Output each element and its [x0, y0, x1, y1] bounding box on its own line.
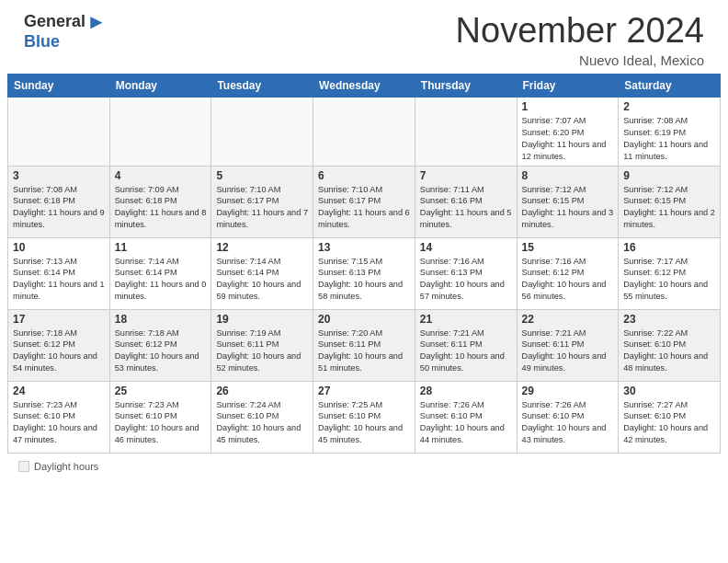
- calendar-footer: Daylight hours: [7, 457, 721, 476]
- day-number: 25: [115, 385, 207, 397]
- header-tuesday: Tuesday: [211, 75, 313, 98]
- day-info: Sunrise: 7:10 AM Sunset: 6:17 PM Dayligh…: [216, 184, 308, 232]
- logo: General ► Blue: [24, 11, 107, 52]
- day-info: Sunrise: 7:14 AM Sunset: 6:14 PM Dayligh…: [216, 256, 308, 304]
- day-number: 21: [420, 313, 512, 326]
- day-info: Sunrise: 7:13 AM Sunset: 6:14 PM Dayligh…: [13, 256, 105, 304]
- calendar-week-row: 10Sunrise: 7:13 AM Sunset: 6:14 PM Dayli…: [8, 237, 721, 309]
- month-title: November 2024: [456, 11, 704, 51]
- day-number: 5: [216, 169, 308, 182]
- table-row: 11Sunrise: 7:14 AM Sunset: 6:14 PM Dayli…: [109, 237, 211, 309]
- calendar-table: Sunday Monday Tuesday Wednesday Thursday…: [7, 74, 721, 454]
- day-info: Sunrise: 7:12 AM Sunset: 6:15 PM Dayligh…: [522, 184, 614, 232]
- day-number: 10: [13, 241, 105, 254]
- day-info: Sunrise: 7:27 AM Sunset: 6:10 PM Dayligh…: [623, 399, 715, 447]
- day-number: 6: [318, 169, 410, 182]
- table-row: 4Sunrise: 7:09 AM Sunset: 6:18 PM Daylig…: [109, 166, 211, 237]
- location-text: Nuevo Ideal, Mexico: [456, 52, 704, 68]
- calendar-week-row: 1Sunrise: 7:07 AM Sunset: 6:20 PM Daylig…: [8, 98, 721, 167]
- table-row: 16Sunrise: 7:17 AM Sunset: 6:12 PM Dayli…: [619, 237, 721, 309]
- day-number: 24: [13, 385, 105, 397]
- day-number: 17: [13, 313, 105, 326]
- day-number: 2: [623, 100, 715, 113]
- header-saturday: Saturday: [619, 75, 721, 98]
- day-info: Sunrise: 7:17 AM Sunset: 6:12 PM Dayligh…: [623, 256, 715, 304]
- table-row: 28Sunrise: 7:26 AM Sunset: 6:10 PM Dayli…: [415, 381, 517, 453]
- day-number: 20: [318, 313, 410, 326]
- day-number: 8: [522, 169, 614, 182]
- day-number: 22: [522, 313, 614, 326]
- day-info: Sunrise: 7:15 AM Sunset: 6:13 PM Dayligh…: [318, 256, 410, 304]
- day-number: 29: [522, 385, 614, 397]
- day-info: Sunrise: 7:16 AM Sunset: 6:13 PM Dayligh…: [420, 256, 512, 304]
- table-row: 9Sunrise: 7:12 AM Sunset: 6:15 PM Daylig…: [619, 166, 721, 237]
- page-header: General ► Blue November 2024 Nuevo Ideal…: [7, 0, 721, 74]
- logo-arrow-icon: ►: [86, 11, 107, 33]
- table-row: 5Sunrise: 7:10 AM Sunset: 6:17 PM Daylig…: [211, 166, 313, 237]
- daylight-indicator: [18, 461, 29, 472]
- day-info: Sunrise: 7:10 AM Sunset: 6:17 PM Dayligh…: [318, 184, 410, 232]
- table-row: 15Sunrise: 7:16 AM Sunset: 6:12 PM Dayli…: [517, 237, 619, 309]
- day-info: Sunrise: 7:19 AM Sunset: 6:11 PM Dayligh…: [216, 327, 308, 375]
- table-row: 8Sunrise: 7:12 AM Sunset: 6:15 PM Daylig…: [517, 166, 619, 237]
- table-row: 7Sunrise: 7:11 AM Sunset: 6:16 PM Daylig…: [415, 166, 517, 237]
- table-row: [8, 98, 110, 167]
- day-info: Sunrise: 7:25 AM Sunset: 6:10 PM Dayligh…: [318, 399, 410, 447]
- calendar-header-row: Sunday Monday Tuesday Wednesday Thursday…: [8, 75, 721, 98]
- day-info: Sunrise: 7:24 AM Sunset: 6:10 PM Dayligh…: [216, 399, 308, 447]
- header-monday: Monday: [109, 75, 211, 98]
- day-info: Sunrise: 7:14 AM Sunset: 6:14 PM Dayligh…: [115, 256, 207, 304]
- day-info: Sunrise: 7:22 AM Sunset: 6:10 PM Dayligh…: [623, 327, 715, 375]
- table-row: 17Sunrise: 7:18 AM Sunset: 6:12 PM Dayli…: [8, 309, 110, 381]
- day-number: 13: [318, 241, 410, 254]
- header-thursday: Thursday: [415, 75, 517, 98]
- logo-general-text: General: [24, 13, 85, 31]
- day-info: Sunrise: 7:09 AM Sunset: 6:18 PM Dayligh…: [115, 184, 207, 232]
- logo-blue-text: Blue: [24, 33, 107, 52]
- table-row: 25Sunrise: 7:23 AM Sunset: 6:10 PM Dayli…: [109, 381, 211, 453]
- day-info: Sunrise: 7:08 AM Sunset: 6:18 PM Dayligh…: [13, 184, 105, 232]
- table-row: [211, 98, 313, 167]
- day-info: Sunrise: 7:07 AM Sunset: 6:20 PM Dayligh…: [522, 115, 614, 163]
- table-row: 20Sunrise: 7:20 AM Sunset: 6:11 PM Dayli…: [313, 309, 415, 381]
- header-friday: Friday: [517, 75, 619, 98]
- day-number: 4: [115, 169, 207, 182]
- table-row: 26Sunrise: 7:24 AM Sunset: 6:10 PM Dayli…: [211, 381, 313, 453]
- day-info: Sunrise: 7:23 AM Sunset: 6:10 PM Dayligh…: [13, 399, 105, 447]
- day-number: 23: [623, 313, 715, 326]
- day-number: 11: [115, 241, 207, 254]
- calendar-week-row: 24Sunrise: 7:23 AM Sunset: 6:10 PM Dayli…: [8, 381, 721, 453]
- table-row: 6Sunrise: 7:10 AM Sunset: 6:17 PM Daylig…: [313, 166, 415, 237]
- day-info: Sunrise: 7:12 AM Sunset: 6:15 PM Dayligh…: [623, 184, 715, 232]
- header-sunday: Sunday: [8, 75, 110, 98]
- table-row: 18Sunrise: 7:18 AM Sunset: 6:12 PM Dayli…: [109, 309, 211, 381]
- table-row: 23Sunrise: 7:22 AM Sunset: 6:10 PM Dayli…: [619, 309, 721, 381]
- calendar-week-row: 3Sunrise: 7:08 AM Sunset: 6:18 PM Daylig…: [8, 166, 721, 237]
- day-number: 9: [623, 169, 715, 182]
- day-number: 16: [623, 241, 715, 254]
- day-number: 15: [522, 241, 614, 254]
- table-row: 2Sunrise: 7:08 AM Sunset: 6:19 PM Daylig…: [619, 98, 721, 167]
- day-info: Sunrise: 7:23 AM Sunset: 6:10 PM Dayligh…: [115, 399, 207, 447]
- table-row: 22Sunrise: 7:21 AM Sunset: 6:11 PM Dayli…: [517, 309, 619, 381]
- table-row: [313, 98, 415, 167]
- day-info: Sunrise: 7:08 AM Sunset: 6:19 PM Dayligh…: [623, 115, 715, 163]
- table-row: 19Sunrise: 7:19 AM Sunset: 6:11 PM Dayli…: [211, 309, 313, 381]
- day-number: 1: [522, 100, 614, 113]
- table-row: 1Sunrise: 7:07 AM Sunset: 6:20 PM Daylig…: [517, 98, 619, 167]
- day-number: 14: [420, 241, 512, 254]
- table-row: [415, 98, 517, 167]
- table-row: 24Sunrise: 7:23 AM Sunset: 6:10 PM Dayli…: [8, 381, 110, 453]
- table-row: [109, 98, 211, 167]
- table-row: 30Sunrise: 7:27 AM Sunset: 6:10 PM Dayli…: [619, 381, 721, 453]
- day-number: 7: [420, 169, 512, 182]
- header-wednesday: Wednesday: [313, 75, 415, 98]
- table-row: 14Sunrise: 7:16 AM Sunset: 6:13 PM Dayli…: [415, 237, 517, 309]
- day-number: 27: [318, 385, 410, 397]
- day-number: 18: [115, 313, 207, 326]
- day-number: 30: [623, 385, 715, 397]
- day-info: Sunrise: 7:16 AM Sunset: 6:12 PM Dayligh…: [522, 256, 614, 304]
- title-block: November 2024 Nuevo Ideal, Mexico: [456, 11, 704, 68]
- table-row: 3Sunrise: 7:08 AM Sunset: 6:18 PM Daylig…: [8, 166, 110, 237]
- table-row: 10Sunrise: 7:13 AM Sunset: 6:14 PM Dayli…: [8, 237, 110, 309]
